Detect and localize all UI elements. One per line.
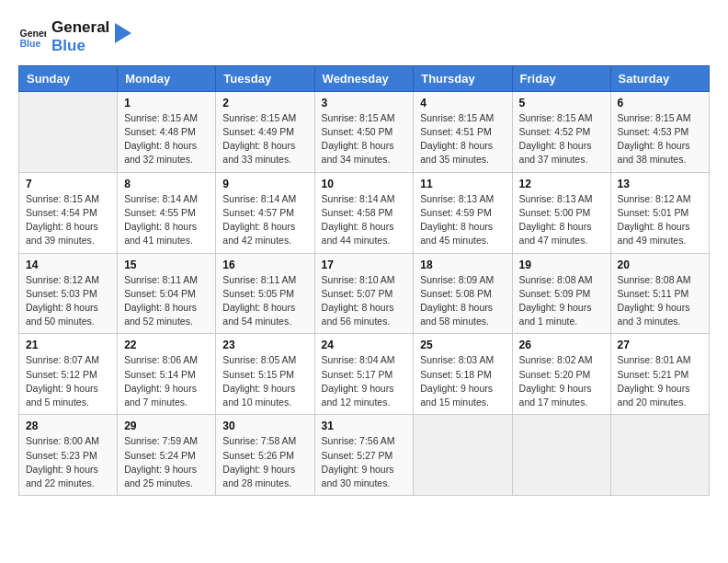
day-number: 9 [222,178,307,190]
calendar-cell [19,91,118,172]
day-info: Sunrise: 8:00 AM Sunset: 5:23 PM Dayligh… [26,434,110,490]
day-info: Sunrise: 8:13 AM Sunset: 4:59 PM Dayligh… [420,192,505,248]
calendar-cell: 14Sunrise: 8:12 AM Sunset: 5:03 PM Dayli… [19,253,118,334]
week-row-5: 28Sunrise: 8:00 AM Sunset: 5:23 PM Dayli… [19,415,710,496]
day-number: 11 [420,178,505,190]
day-info: Sunrise: 8:11 AM Sunset: 5:05 PM Dayligh… [222,273,307,329]
day-info: Sunrise: 8:15 AM Sunset: 4:50 PM Dayligh… [322,111,407,167]
day-number: 22 [124,339,209,351]
logo-arrow-icon [115,23,131,43]
calendar-cell: 3Sunrise: 8:15 AM Sunset: 4:50 PM Daylig… [314,91,414,172]
calendar-cell [512,415,610,496]
day-info: Sunrise: 8:05 AM Sunset: 5:15 PM Dayligh… [222,353,307,409]
day-number: 7 [26,178,110,190]
calendar-cell: 2Sunrise: 8:15 AM Sunset: 4:49 PM Daylig… [216,91,314,172]
weekday-header-sunday: Sunday [19,65,118,91]
day-number: 19 [519,259,604,271]
svg-text:Blue: Blue [20,38,41,49]
calendar-cell: 22Sunrise: 8:06 AM Sunset: 5:14 PM Dayli… [118,334,216,415]
day-number: 16 [222,259,307,271]
day-info: Sunrise: 8:06 AM Sunset: 5:14 PM Dayligh… [124,353,209,409]
weekday-header-friday: Friday [512,65,610,91]
day-info: Sunrise: 8:02 AM Sunset: 5:20 PM Dayligh… [519,353,604,409]
day-number: 21 [26,339,110,351]
day-info: Sunrise: 8:13 AM Sunset: 5:00 PM Dayligh… [519,192,604,248]
day-info: Sunrise: 8:15 AM Sunset: 4:54 PM Dayligh… [26,192,110,248]
day-number: 10 [322,178,407,190]
weekday-header-saturday: Saturday [610,65,709,91]
calendar-cell: 20Sunrise: 8:08 AM Sunset: 5:11 PM Dayli… [610,253,709,334]
day-number: 17 [322,259,407,271]
day-info: Sunrise: 8:04 AM Sunset: 5:17 PM Dayligh… [322,353,407,409]
weekday-header-tuesday: Tuesday [216,65,314,91]
day-info: Sunrise: 8:08 AM Sunset: 5:09 PM Dayligh… [519,273,604,329]
day-number: 1 [124,97,209,109]
day-number: 8 [124,178,209,190]
day-info: Sunrise: 8:09 AM Sunset: 5:08 PM Dayligh… [420,273,505,329]
day-info: Sunrise: 8:15 AM Sunset: 4:53 PM Dayligh… [618,111,702,167]
day-info: Sunrise: 8:15 AM Sunset: 4:48 PM Dayligh… [124,111,209,167]
day-info: Sunrise: 8:01 AM Sunset: 5:21 PM Dayligh… [618,353,702,409]
day-info: Sunrise: 7:58 AM Sunset: 5:26 PM Dayligh… [222,434,307,490]
day-info: Sunrise: 8:12 AM Sunset: 5:03 PM Dayligh… [26,273,110,329]
day-number: 12 [519,178,604,190]
weekday-header-row: SundayMondayTuesdayWednesdayThursdayFrid… [19,65,710,91]
day-info: Sunrise: 7:56 AM Sunset: 5:27 PM Dayligh… [322,434,407,490]
day-number: 27 [618,339,702,351]
week-row-3: 14Sunrise: 8:12 AM Sunset: 5:03 PM Dayli… [19,253,710,334]
day-info: Sunrise: 8:15 AM Sunset: 4:51 PM Dayligh… [420,111,505,167]
calendar-cell [414,415,512,496]
calendar-cell: 7Sunrise: 8:15 AM Sunset: 4:54 PM Daylig… [19,172,118,253]
day-info: Sunrise: 8:15 AM Sunset: 4:52 PM Dayligh… [519,111,604,167]
page-header: General Blue General Blue [18,18,710,56]
calendar-cell: 5Sunrise: 8:15 AM Sunset: 4:52 PM Daylig… [512,91,610,172]
day-number: 13 [618,178,702,190]
day-info: Sunrise: 8:14 AM Sunset: 4:58 PM Dayligh… [322,192,407,248]
calendar-cell: 8Sunrise: 8:14 AM Sunset: 4:55 PM Daylig… [118,172,216,253]
calendar-cell: 18Sunrise: 8:09 AM Sunset: 5:08 PM Dayli… [414,253,512,334]
day-number: 30 [222,419,307,432]
calendar-cell: 13Sunrise: 8:12 AM Sunset: 5:01 PM Dayli… [610,172,709,253]
day-info: Sunrise: 8:14 AM Sunset: 4:55 PM Dayligh… [124,192,209,248]
day-number: 4 [420,97,505,109]
day-number: 18 [420,259,505,271]
day-number: 31 [322,419,407,432]
day-number: 29 [124,419,209,432]
week-row-4: 21Sunrise: 8:07 AM Sunset: 5:12 PM Dayli… [19,334,710,415]
day-info: Sunrise: 8:08 AM Sunset: 5:11 PM Dayligh… [618,273,702,329]
logo-text-general: General [51,18,109,37]
calendar-cell: 26Sunrise: 8:02 AM Sunset: 5:20 PM Dayli… [512,334,610,415]
calendar-cell: 4Sunrise: 8:15 AM Sunset: 4:51 PM Daylig… [414,91,512,172]
calendar-table: SundayMondayTuesdayWednesdayThursdayFrid… [18,65,710,496]
day-number: 15 [124,259,209,271]
calendar-cell: 29Sunrise: 7:59 AM Sunset: 5:24 PM Dayli… [118,415,216,496]
logo: General Blue General Blue [18,18,131,56]
weekday-header-wednesday: Wednesday [314,65,414,91]
calendar-cell: 30Sunrise: 7:58 AM Sunset: 5:26 PM Dayli… [216,415,314,496]
week-row-1: 1Sunrise: 8:15 AM Sunset: 4:48 PM Daylig… [19,91,710,172]
day-info: Sunrise: 8:10 AM Sunset: 5:07 PM Dayligh… [322,273,407,329]
day-number: 23 [222,339,307,351]
calendar-cell: 19Sunrise: 8:08 AM Sunset: 5:09 PM Dayli… [512,253,610,334]
week-row-2: 7Sunrise: 8:15 AM Sunset: 4:54 PM Daylig… [19,172,710,253]
calendar-cell: 15Sunrise: 8:11 AM Sunset: 5:04 PM Dayli… [118,253,216,334]
weekday-header-monday: Monday [118,65,216,91]
day-number: 5 [519,97,604,109]
calendar-cell: 9Sunrise: 8:14 AM Sunset: 4:57 PM Daylig… [216,172,314,253]
calendar-cell: 10Sunrise: 8:14 AM Sunset: 4:58 PM Dayli… [314,172,414,253]
day-number: 3 [322,97,407,109]
day-info: Sunrise: 8:12 AM Sunset: 5:01 PM Dayligh… [618,192,702,248]
calendar-cell: 23Sunrise: 8:05 AM Sunset: 5:15 PM Dayli… [216,334,314,415]
day-number: 14 [26,259,110,271]
weekday-header-thursday: Thursday [414,65,512,91]
logo-text-blue: Blue [51,37,109,55]
day-number: 2 [222,97,307,109]
day-number: 6 [618,97,702,109]
day-info: Sunrise: 8:14 AM Sunset: 4:57 PM Dayligh… [222,192,307,248]
calendar-cell: 11Sunrise: 8:13 AM Sunset: 4:59 PM Dayli… [414,172,512,253]
calendar-cell: 16Sunrise: 8:11 AM Sunset: 5:05 PM Dayli… [216,253,314,334]
day-info: Sunrise: 8:03 AM Sunset: 5:18 PM Dayligh… [420,353,505,409]
calendar-cell: 17Sunrise: 8:10 AM Sunset: 5:07 PM Dayli… [314,253,414,334]
calendar-cell: 27Sunrise: 8:01 AM Sunset: 5:21 PM Dayli… [610,334,709,415]
day-number: 28 [26,419,110,432]
